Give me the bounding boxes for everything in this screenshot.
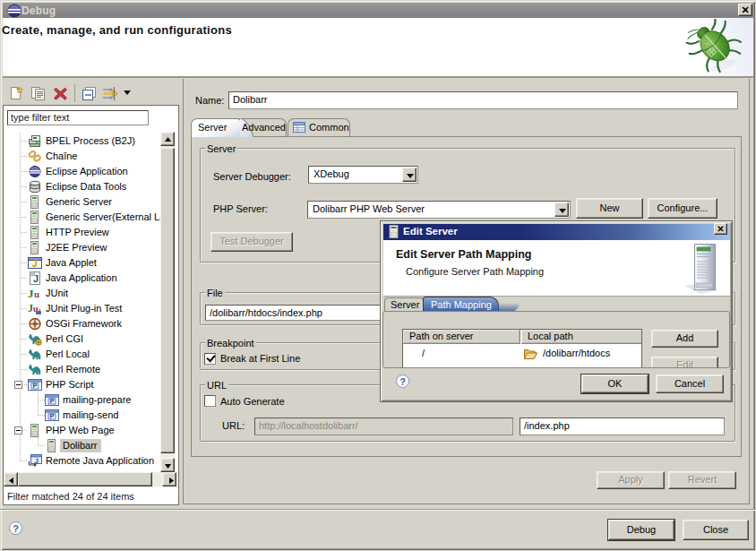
svg-text:P: P: [50, 397, 55, 405]
svg-text:J: J: [33, 273, 39, 284]
svg-text:P: P: [33, 382, 38, 390]
svg-text:P: P: [50, 412, 55, 420]
svg-text:J: J: [28, 287, 34, 300]
svg-text:J: J: [35, 457, 39, 465]
svg-text:J: J: [32, 259, 38, 269]
svg-text:u: u: [34, 288, 39, 299]
